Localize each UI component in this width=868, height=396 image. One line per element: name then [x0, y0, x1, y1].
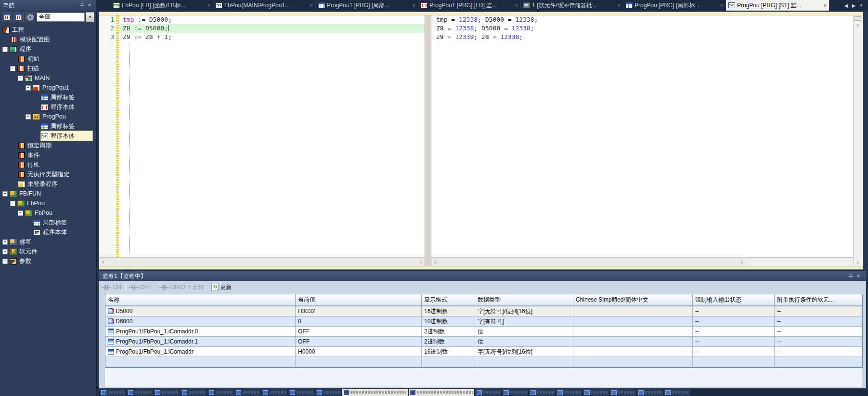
window-button[interactable] [556, 389, 582, 396]
tab[interactable]: FbPou [FB] [函数/FB标...× [111, 0, 213, 11]
monitor-horizontal-scrollbar[interactable]: ‹ › [431, 257, 746, 266]
scroll-left-icon[interactable]: ‹ [431, 258, 440, 266]
watch-cell[interactable] [475, 357, 573, 367]
st-code-pane[interactable]: 1tmp := D5000;2Z8 := D5000;3Z9 := Z8 + 1… [99, 15, 425, 257]
watch-cell[interactable]: 16进制数 [422, 306, 475, 317]
editor-splitter[interactable] [425, 15, 431, 266]
watch-cell[interactable] [105, 357, 296, 367]
scroll-right-icon[interactable]: › [416, 258, 425, 266]
window-button[interactable] [409, 389, 474, 396]
tab-close-icon[interactable]: × [720, 2, 723, 8]
tree-item[interactable]: 局部标签 [0, 92, 96, 102]
watch-row[interactable]: ProgPou1/FbPou_1.iComaddr.0OFF2进制数位---- [105, 327, 862, 337]
window-button[interactable] [234, 389, 260, 396]
window-button[interactable] [315, 389, 341, 396]
tree-item[interactable]: +软元件 [0, 247, 96, 256]
watch-cell[interactable]: -- [775, 306, 862, 317]
watch-cell[interactable]: 位 [475, 327, 573, 337]
window-button[interactable] [288, 389, 314, 396]
column-header[interactable]: Chinese Simplified/简体中文 [573, 294, 693, 306]
window-button[interactable] [610, 389, 636, 396]
watch-cell[interactable] [573, 357, 693, 367]
tree-expand-icon[interactable]: − [26, 114, 31, 119]
watch-cell[interactable]: D6000 [105, 317, 296, 327]
tree-item[interactable]: 工程 [0, 25, 96, 35]
tab-list-menu-icon[interactable]: ▼ [859, 3, 863, 8]
tab-scroll-left-icon[interactable]: ◀ [844, 3, 848, 8]
watch-cell[interactable]: -- [693, 327, 775, 337]
tree-item[interactable]: −MAIN [0, 73, 96, 83]
tree-expand-icon[interactable]: − [26, 85, 31, 91]
tree-item[interactable]: −ProgPou [0, 112, 96, 121]
tree-expand-icon[interactable]: + [2, 249, 8, 254]
scroll-left-icon[interactable]: ‹ [99, 258, 107, 266]
watch-cell[interactable]: ProgPou1/FbPou_1.iComaddr.0 [105, 327, 296, 337]
tree-item[interactable]: 程序本体 [0, 227, 96, 237]
watch-cell[interactable]: -- [693, 337, 775, 347]
tab[interactable]: ProgPou [PRG] [局部标...× [623, 0, 726, 11]
column-header[interactable]: 当前值 [296, 294, 422, 306]
tree-item[interactable]: 程序本体 [0, 102, 96, 112]
close-icon[interactable]: × [86, 1, 93, 9]
watch-cell[interactable] [775, 357, 862, 367]
watch-cell[interactable]: 字[无符号]/位列[16位] [475, 306, 573, 317]
watch-cell[interactable] [422, 357, 475, 367]
watch-row[interactable]: ProgPou1/FbPou_1.iComaddr.1OFF2进制数位---- [105, 337, 862, 347]
tree-item[interactable]: +参数 [0, 256, 96, 266]
watch-cell[interactable] [296, 357, 422, 367]
tree-item[interactable]: −扫描 [0, 64, 96, 73]
tree-item[interactable]: 局部标签 [0, 218, 96, 227]
window-button[interactable] [502, 389, 528, 396]
watch-cell[interactable]: -- [775, 337, 862, 347]
tab-close-icon[interactable]: × [207, 2, 210, 8]
window-button[interactable] [181, 389, 207, 396]
tree-expand-icon[interactable]: + [2, 239, 8, 245]
tab-close-icon[interactable]: × [824, 2, 827, 8]
window-button[interactable] [154, 389, 180, 396]
watch-cell[interactable]: 2进制数 [422, 327, 475, 337]
pin-icon[interactable] [847, 272, 855, 280]
tree-item[interactable]: −ProgPou1 [0, 83, 96, 92]
tree-item[interactable]: 模块配置图 [0, 35, 96, 44]
tree-item[interactable]: 恒定周期 [0, 141, 96, 150]
window-button[interactable] [475, 389, 501, 396]
pin-icon[interactable] [78, 1, 86, 9]
watch-toolbar-button[interactable]: OFF [129, 284, 152, 290]
tree-item[interactable]: 初始 [0, 54, 96, 64]
window-button[interactable] [529, 389, 555, 396]
tab-close-icon[interactable]: × [413, 2, 415, 8]
watch-cell[interactable] [573, 347, 693, 357]
window-button[interactable] [664, 389, 690, 396]
watch-row[interactable]: D6000010进制数字[有符号]---- [105, 317, 862, 327]
filter-dropdown-button[interactable]: ▼ [86, 12, 94, 22]
scroll-track[interactable] [440, 258, 738, 266]
tree-item[interactable]: 局部标签 [0, 121, 96, 131]
tab[interactable]: ProgPou [PRG] [ST] 监...× [726, 0, 829, 11]
column-header[interactable]: 数据类型 [475, 294, 573, 306]
tree-expand-icon[interactable]: − [18, 76, 23, 81]
window-button[interactable] [261, 389, 287, 396]
tab[interactable]: FbPou(MAIN/ProgPou1...× [213, 0, 316, 11]
scroll-up-icon[interactable]: ∧ [856, 22, 859, 28]
tree-item[interactable]: 无执行类型指定 [0, 170, 96, 179]
window-button[interactable] [342, 389, 408, 396]
watch-row[interactable]: D5000H303216进制数字[无符号]/位列[16位]---- [105, 306, 862, 317]
column-header[interactable]: 名称 [105, 294, 296, 306]
code-line[interactable]: 1tmp := D5000; [99, 15, 425, 24]
watch-cell[interactable]: -- [775, 327, 862, 337]
monitor-vertical-scrollbar[interactable]: ∧ ∨ [853, 15, 862, 266]
window-button[interactable] [583, 389, 609, 396]
watch-cell[interactable]: 10进制数 [422, 317, 475, 327]
tab-close-icon[interactable]: × [310, 2, 313, 8]
tree-item[interactable]: +标签 [0, 237, 96, 247]
watch-cell[interactable] [573, 306, 693, 317]
scroll-track[interactable] [107, 258, 416, 266]
watch-cell[interactable]: -- [775, 347, 862, 357]
tab-scroll-right-icon[interactable]: ▶ [852, 3, 855, 8]
window-button[interactable] [207, 389, 233, 396]
watch-cell[interactable]: OFF [296, 337, 422, 347]
window-button[interactable] [127, 389, 153, 396]
watch-cell[interactable]: D5000 [105, 306, 296, 317]
tree-item[interactable]: 未登录程序 [0, 179, 96, 189]
tree-expand-icon[interactable]: − [18, 211, 23, 216]
